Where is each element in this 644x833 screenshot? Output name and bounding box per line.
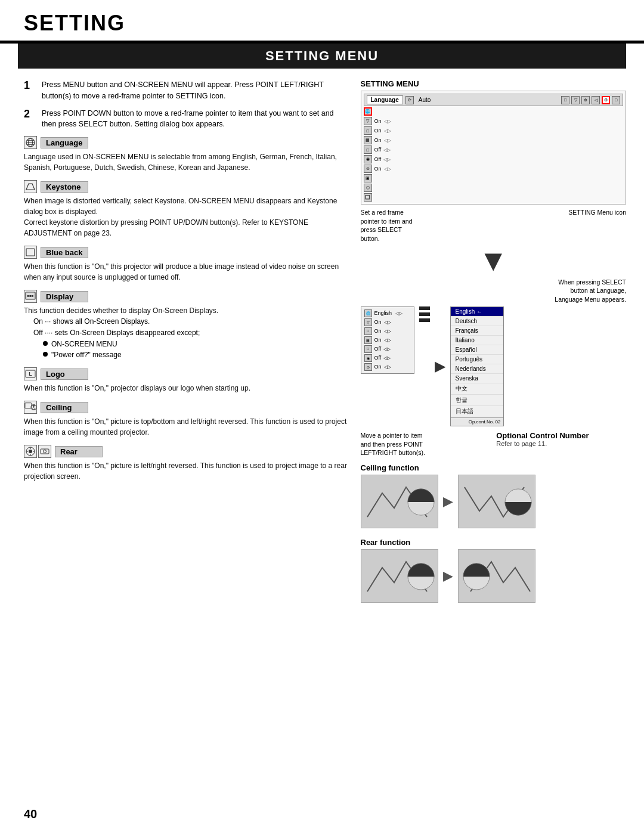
- step-1-number: 1: [24, 79, 37, 102]
- menu-content-row-4: On ◁▷: [374, 136, 624, 144]
- ceiling-text: When this function is "On," picture is t…: [24, 416, 349, 438]
- menu-icon-2: ▽: [571, 96, 580, 104]
- lang-item-korean: 한글: [451, 395, 503, 406]
- rear-after-box: [458, 549, 535, 603]
- feature-ceiling: Ceiling When this function is "On," pict…: [24, 401, 349, 438]
- svg-text:■■■: ■■■: [27, 294, 34, 298]
- rear-before-box: [361, 549, 438, 603]
- menu-row-icon-2: ▽: [364, 117, 372, 125]
- setting-menu-diagram-label: SETTING MENU: [361, 79, 627, 88]
- lang-item-portugues: Português: [451, 355, 503, 364]
- lang-item-nederlands: Nederlands: [451, 364, 503, 374]
- feature-ceiling-header: Ceiling: [24, 401, 349, 414]
- lang-arrows: ◁▷: [395, 311, 402, 316]
- callout-left-text: Set a red frame pointer to item and pres…: [361, 208, 491, 243]
- display-icon: ■■■: [24, 290, 37, 303]
- ceiling-label: Ceiling: [41, 402, 88, 413]
- bullet-dot-1: [43, 341, 48, 346]
- off-btn-2: ◁▷: [383, 157, 391, 162]
- menu-content-row-5: Off ◁▷: [374, 145, 624, 154]
- logo-icon: L: [24, 367, 37, 380]
- lang-icon-7: ⊙: [364, 363, 372, 371]
- pointer-opt-section: Move a pointer to item and then press PO…: [361, 431, 627, 457]
- section-title: SETTING MENU: [18, 44, 626, 69]
- lang-menu-right: English Deutsch Français Italiano Españo…: [450, 306, 504, 426]
- menu-rows: 🌐 ▽ □ ▦ □ ◉ ⊙ ▣ ⬡ 🔲 On: [364, 107, 624, 202]
- bullet-text-2: "Power off?" message: [51, 349, 122, 360]
- lang-item-english: English: [451, 307, 503, 317]
- lang-icon-3: □: [364, 327, 372, 335]
- menu-content-row-7: On ◁▷: [374, 165, 624, 173]
- three-bar-separator: [419, 306, 430, 322]
- lang-icon-4: ▦: [364, 336, 372, 344]
- on-val-3: On: [374, 137, 382, 143]
- lang-current-value: English: [374, 310, 392, 316]
- display-on-text: On ··· shows all On-Screen Displays.: [24, 316, 349, 327]
- ceiling-after-svg: [459, 475, 535, 528]
- lang-btn-4: ◁▷: [384, 337, 391, 343]
- callout-line3: press SELECT: [361, 225, 491, 234]
- lang-icon-5: □: [364, 345, 372, 353]
- menu-row-icon-4: ▦: [364, 136, 372, 144]
- feature-logo-header: L Logo: [24, 367, 349, 380]
- ceiling-before-box: [361, 475, 438, 528]
- lang-val-7: On: [374, 364, 382, 370]
- rear-function-label: Rear function: [361, 538, 627, 547]
- main-content: 1 Press MENU button and ON-SCREEN MENU w…: [0, 69, 644, 618]
- on-val-2: On: [374, 128, 382, 134]
- display-text: This function decides whether to display…: [24, 305, 349, 316]
- menu-content-row-1: [374, 107, 624, 116]
- feature-rear-header: Rear: [24, 445, 349, 458]
- bar-2: [419, 312, 430, 316]
- blueback-label: Blue back: [41, 247, 88, 258]
- menu-row-icon-6: ◉: [364, 155, 372, 163]
- bar-3: [419, 318, 430, 322]
- lang-val-6: Off: [374, 355, 382, 361]
- opt-ctrl-title: Optional Control Number: [496, 431, 626, 440]
- on-btn-4: ◁▷: [384, 166, 391, 172]
- logo-text: When this function is "On," projector di…: [24, 383, 349, 394]
- callout-line2: pointer to item and: [361, 217, 491, 226]
- feature-blueback: Blue back When this function is "On," th…: [24, 246, 349, 283]
- menu-icon-4: ◁: [592, 96, 600, 104]
- menu-content-row-3: On ◁▷: [374, 126, 624, 135]
- menu-icon-1: □: [561, 96, 569, 104]
- lang-menu-left: 🌐 English ◁▷ ▽ On ◁▷ □ On ◁▷: [361, 306, 414, 374]
- keystone-icon: [24, 180, 37, 193]
- move-pointer-line1: Move a pointer to item: [361, 431, 491, 440]
- svg-marker-5: [26, 184, 35, 190]
- display-off-text: Off ···· sets On-Screen Displays disappe…: [24, 327, 349, 339]
- svg-rect-6: [26, 249, 35, 256]
- when-pressing-section: When pressing SELECT button at Language,…: [361, 278, 627, 304]
- ceiling-after-box: [458, 475, 535, 528]
- rear-text: When this function is "On," picture is l…: [24, 460, 349, 482]
- callout-line4: button.: [361, 234, 491, 243]
- menu-content-row-6: Off ◁▷: [374, 155, 624, 163]
- rear-function-section: Rear function ▶: [361, 538, 627, 603]
- lang-val-4: On: [374, 337, 382, 343]
- menu-row-icon-7: ⊙: [364, 165, 372, 173]
- menu-row-icon-1: 🌐: [364, 107, 372, 116]
- lang-val-2: On: [374, 319, 382, 325]
- page-number: 40: [24, 807, 37, 821]
- svg-rect-12: [25, 403, 32, 408]
- rear-label: Rear: [55, 446, 103, 457]
- menu-row-icon-8: ▣: [364, 174, 372, 182]
- page-header: SETTING: [0, 0, 644, 42]
- svg-point-17: [44, 450, 47, 453]
- off-val-2: Off: [374, 156, 382, 162]
- step-1-text: Press MENU button and ON-SCREEN MENU wil…: [42, 79, 349, 102]
- right-column: SETTING MENU Language ⟳ Auto □ ▽ ⊕ ◁ ⚙ □: [361, 79, 627, 612]
- feature-keystone-header: Keystone: [24, 180, 349, 193]
- lang-row-5: □ Off ◁▷: [363, 345, 412, 354]
- arrow-to-lang-menu: ▶: [435, 358, 445, 374]
- menu-icon-3: ⊕: [581, 96, 590, 104]
- big-arrow-down: ▼: [361, 246, 627, 275]
- when-pressing-line1: When pressing SELECT: [361, 278, 627, 287]
- callout-right: SETTING Menu icon: [496, 208, 626, 243]
- keystone-text2: Correct keystone distortion by pressing …: [24, 217, 349, 239]
- lang-icon-2: ▽: [364, 318, 372, 326]
- menu-tab-language: Language: [367, 95, 403, 104]
- logo-label: Logo: [41, 368, 88, 380]
- lang-row-2: ▽ On ◁▷: [363, 318, 412, 327]
